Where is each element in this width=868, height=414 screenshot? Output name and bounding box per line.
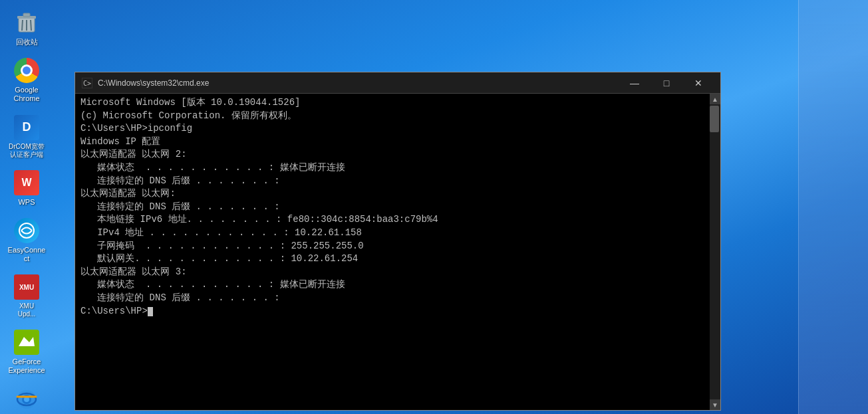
- cmd-app-icon: C>: [82, 78, 92, 88]
- cmd-cursor: [148, 307, 153, 316]
- cmd-line: 以太网适配器 以太网 3:: [80, 266, 704, 279]
- cmd-line: 以太网适配器 以太网:: [80, 187, 704, 201]
- cmd-line: 本地链接 IPv6 地址. . . . . . . . : fe80::304c…: [80, 213, 704, 227]
- cmd-line: 连接特定的 DNS 后缀 . . . . . . . :: [80, 175, 704, 188]
- xmu-updater-icon[interactable]: XMU XMUUpd...: [3, 271, 50, 321]
- easyconnect-label: EasyConnect: [6, 246, 47, 263]
- cmd-line: 连接特定的 DNS 后缀 . . . . . . . :: [80, 292, 704, 305]
- cmd-line: 以太网适配器 以太网 2:: [80, 148, 704, 161]
- scrollbar-up-button[interactable]: ▲: [710, 94, 720, 104]
- recycle-bin-icon[interactable]: 回收站: [3, 7, 50, 49]
- chrome-label: GoogleChrome: [13, 86, 39, 103]
- svg-text:C>: C>: [83, 80, 91, 87]
- xmu-label: XMUUpd...: [18, 302, 36, 318]
- cmd-line: C:\Users\HP>: [80, 305, 704, 318]
- cmd-line: 媒体状态 . . . . . . . . . . . : 媒体已断开连接: [80, 161, 704, 175]
- cmd-line: 媒体状态 . . . . . . . . . . . : 媒体已断开连接: [80, 278, 704, 292]
- svg-rect-2: [23, 13, 30, 17]
- svg-line-3: [22, 20, 23, 31]
- cmd-line: C:\Users\HP>ipconfig: [80, 122, 704, 136]
- cmd-line: Windows IP 配置: [80, 136, 704, 149]
- google-chrome-icon[interactable]: GoogleChrome: [3, 54, 50, 106]
- wps-label: WPS: [18, 198, 35, 207]
- cmd-window-controls: — □ ✕: [619, 74, 714, 92]
- recycle-bin-label: 回收站: [16, 38, 38, 47]
- scrollbar-down-button[interactable]: ▼: [710, 399, 720, 410]
- cmd-line: 连接特定的 DNS 后缀 . . . . . . . :: [80, 201, 704, 214]
- cmd-line: IPv4 地址 . . . . . . . . . . . . : 10.22.…: [80, 227, 704, 240]
- desktop: 回收站 GoogleChrome D DrCOM宽带认证客户端 W WPS: [0, 0, 868, 414]
- restore-button[interactable]: □: [651, 74, 682, 92]
- drcom-icon[interactable]: D DrCOM宽带认证客户端: [3, 112, 50, 161]
- geforce-icon[interactable]: GeForceExperience: [3, 326, 50, 377]
- svg-line-5: [31, 20, 31, 31]
- cmd-line: 默认网关. . . . . . . . . . . . . : 10.22.61…: [80, 253, 704, 266]
- cmd-window: C> C:\Windows\system32\cmd.exe — □ ✕ Mic…: [74, 72, 721, 411]
- scrollbar-thumb[interactable]: [710, 106, 719, 132]
- cmd-titlebar: C> C:\Windows\system32\cmd.exe — □ ✕: [75, 72, 720, 94]
- right-panel: [798, 0, 868, 414]
- drcom-label: DrCOM宽带认证客户端: [9, 143, 45, 159]
- cmd-line: 子网掩码 . . . . . . . . . . . . : 255.255.2…: [80, 240, 704, 253]
- close-button[interactable]: ✕: [683, 74, 714, 92]
- wps-icon[interactable]: W WPS: [3, 167, 50, 209]
- cmd-title: C:\Windows\system32\cmd.exe: [98, 78, 619, 88]
- minimize-button[interactable]: —: [619, 74, 650, 92]
- ie-icon[interactable]: InternetExplorer: [3, 383, 50, 415]
- cmd-content-wrapper: Microsoft Windows [版本 10.0.19044.1526](c…: [75, 94, 720, 410]
- easyconnect-icon[interactable]: EasyConnect: [3, 215, 50, 266]
- cmd-line: Microsoft Windows [版本 10.0.19044.1526]: [80, 96, 704, 110]
- cmd-output[interactable]: Microsoft Windows [版本 10.0.19044.1526](c…: [75, 94, 710, 410]
- cmd-scrollbar[interactable]: ▲ ▼: [710, 94, 720, 410]
- geforce-label: GeForceExperience: [8, 358, 45, 375]
- cmd-line: (c) Microsoft Corporation. 保留所有权利。: [80, 110, 704, 123]
- desktop-icon-area: 回收站 GoogleChrome D DrCOM宽带认证客户端 W WPS: [0, 0, 53, 414]
